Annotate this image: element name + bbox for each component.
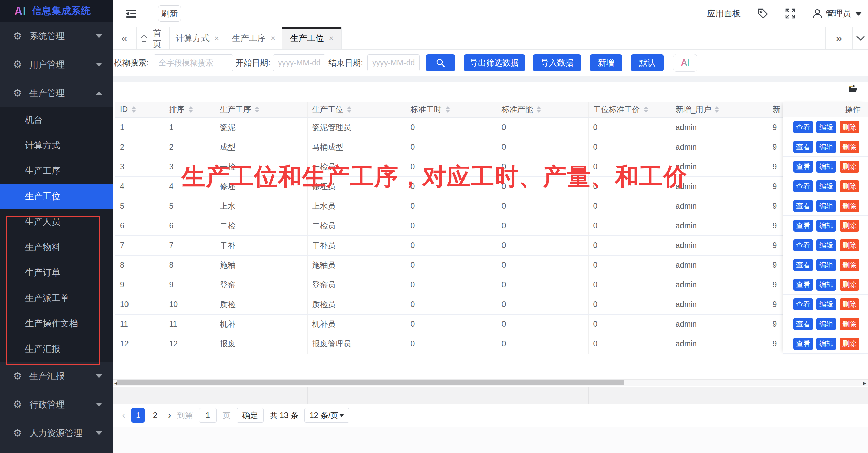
sidebar-collapse-icon[interactable] [125, 8, 137, 19]
sidebar-group-行政管理[interactable]: ⚙行政管理 [0, 390, 113, 419]
sort-icons[interactable] [714, 106, 719, 113]
edit-button[interactable]: 编辑 [816, 279, 836, 291]
delete-button[interactable]: 删除 [840, 141, 859, 153]
tabs-dropdown-icon[interactable] [852, 27, 868, 49]
column-header-生产工位[interactable]: 生产工位 [307, 102, 406, 117]
view-button[interactable]: 查看 [793, 220, 813, 232]
end-date-input[interactable] [367, 54, 420, 71]
edit-button[interactable]: 编辑 [816, 259, 836, 271]
default-button[interactable]: 默认 [631, 54, 664, 71]
edit-button[interactable]: 编辑 [816, 180, 836, 192]
edit-button[interactable]: 编辑 [816, 298, 836, 310]
tab-计算方式[interactable]: 计算方式× [170, 27, 225, 49]
horizontal-scrollbar[interactable]: ◄ ► [113, 379, 868, 386]
tabs-scroll-left-icon[interactable]: « [113, 27, 136, 49]
tab-close-icon[interactable]: × [271, 34, 275, 43]
column-header-排序[interactable]: 排序 [164, 102, 215, 117]
view-button[interactable]: 查看 [793, 121, 813, 133]
view-button[interactable]: 查看 [793, 318, 813, 330]
delete-button[interactable]: 删除 [840, 180, 859, 192]
export-file-button[interactable] [847, 82, 860, 95]
fullscreen-icon[interactable] [785, 8, 796, 19]
tab-首页[interactable]: 首页 [136, 27, 170, 49]
view-button[interactable]: 查看 [793, 200, 813, 212]
goto-confirm-button[interactable]: 确定 [237, 408, 264, 423]
sidebar-item-计算方式[interactable]: 计算方式 [0, 133, 113, 158]
edit-button[interactable]: 编辑 [816, 338, 836, 350]
delete-button[interactable]: 删除 [840, 318, 859, 330]
delete-button[interactable]: 删除 [840, 161, 859, 173]
view-button[interactable]: 查看 [793, 239, 813, 251]
edit-button[interactable]: 编辑 [816, 318, 836, 330]
sort-icons[interactable] [188, 106, 193, 113]
sidebar-item-生产订单[interactable]: 生产订单 [0, 260, 113, 285]
column-header-ID[interactable]: ID [115, 102, 164, 117]
sidebar-item-生产派工单[interactable]: 生产派工单 [0, 285, 113, 311]
view-button[interactable]: 查看 [793, 259, 813, 271]
page-size-select[interactable]: 12 条/页 [304, 408, 349, 423]
delete-button[interactable]: 删除 [840, 200, 859, 212]
tabs-scroll-right-icon[interactable]: » [825, 27, 852, 49]
edit-button[interactable]: 编辑 [816, 121, 836, 133]
sidebar-item-机台[interactable]: 机台 [0, 107, 113, 133]
view-button[interactable]: 查看 [793, 298, 813, 310]
sidebar-group-生产管理[interactable]: ⚙生产管理 [0, 79, 113, 107]
sort-icons[interactable] [536, 106, 541, 113]
prev-page-icon[interactable]: ‹ [122, 410, 125, 421]
edit-button[interactable]: 编辑 [816, 220, 836, 232]
edit-button[interactable]: 编辑 [816, 161, 836, 173]
sidebar-item-生产物料[interactable]: 生产物料 [0, 234, 113, 260]
sidebar-group-系统管理[interactable]: ⚙系统管理 [0, 22, 113, 50]
sidebar-group-生产汇报[interactable]: ⚙生产汇报 [0, 362, 113, 390]
column-header-工位标准工价[interactable]: 工位标准工价 [588, 102, 671, 117]
refresh-button[interactable]: 刷新 [158, 5, 181, 22]
delete-button[interactable]: 删除 [840, 121, 859, 133]
user-menu[interactable]: 管理员 [812, 8, 862, 19]
fuzzy-search-input[interactable] [154, 54, 233, 71]
sidebar-group-用户管理[interactable]: ⚙用户管理 [0, 50, 113, 79]
view-button[interactable]: 查看 [793, 180, 813, 192]
ai-button[interactable]: AI [673, 54, 697, 72]
view-button[interactable]: 查看 [793, 161, 813, 173]
scrollbar-thumb[interactable] [117, 380, 624, 385]
import-data-button[interactable]: 导入数据 [533, 54, 581, 71]
sort-icons[interactable] [255, 106, 259, 113]
add-button[interactable]: 新增 [590, 54, 622, 71]
delete-button[interactable]: 删除 [840, 220, 859, 232]
view-button[interactable]: 查看 [793, 338, 813, 350]
edit-button[interactable]: 编辑 [816, 239, 836, 251]
tab-生产工序[interactable]: 生产工序× [225, 27, 282, 49]
sort-icons[interactable] [445, 106, 450, 113]
edit-button[interactable]: 编辑 [816, 141, 836, 153]
sidebar-item-生产汇报[interactable]: 生产汇报 [0, 336, 113, 362]
sidebar-group-人力资源管理[interactable]: ⚙人力资源管理 [0, 419, 113, 447]
delete-button[interactable]: 删除 [840, 279, 859, 291]
tab-close-icon[interactable]: × [329, 34, 333, 43]
column-header-标准产能[interactable]: 标准产能 [497, 102, 588, 117]
tab-close-icon[interactable]: × [214, 34, 219, 43]
view-button[interactable]: 查看 [793, 141, 813, 153]
delete-button[interactable]: 删除 [840, 298, 859, 310]
page-number-2[interactable]: 2 [148, 408, 162, 423]
page-number-1[interactable]: 1 [131, 408, 145, 423]
column-header-标准工时[interactable]: 标准工时 [406, 102, 497, 117]
sort-icons[interactable] [347, 106, 352, 113]
start-date-input[interactable] [273, 54, 326, 71]
scroll-right-arrow-icon[interactable]: ► [862, 380, 867, 386]
sort-icons[interactable] [644, 106, 648, 113]
sidebar-item-生产工位[interactable]: 生产工位 [0, 184, 113, 209]
sidebar-item-生产操作文档[interactable]: 生产操作文档 [0, 311, 113, 336]
column-header-新增_用户[interactable]: 新增_用户 [671, 102, 768, 117]
delete-button[interactable]: 删除 [840, 259, 859, 271]
search-button[interactable] [426, 54, 455, 71]
view-button[interactable]: 查看 [793, 279, 813, 291]
export-filtered-button[interactable]: 导出筛选数据 [464, 54, 525, 71]
next-page-icon[interactable]: › [168, 410, 171, 421]
sidebar-item-生产人员[interactable]: 生产人员 [0, 209, 113, 234]
goto-page-input[interactable] [199, 408, 217, 423]
sidebar-item-生产工序[interactable]: 生产工序 [0, 158, 113, 184]
delete-button[interactable]: 删除 [840, 338, 859, 350]
tab-生产工位[interactable]: 生产工位× [282, 27, 342, 49]
tag-icon[interactable] [757, 8, 769, 19]
delete-button[interactable]: 删除 [840, 239, 859, 251]
